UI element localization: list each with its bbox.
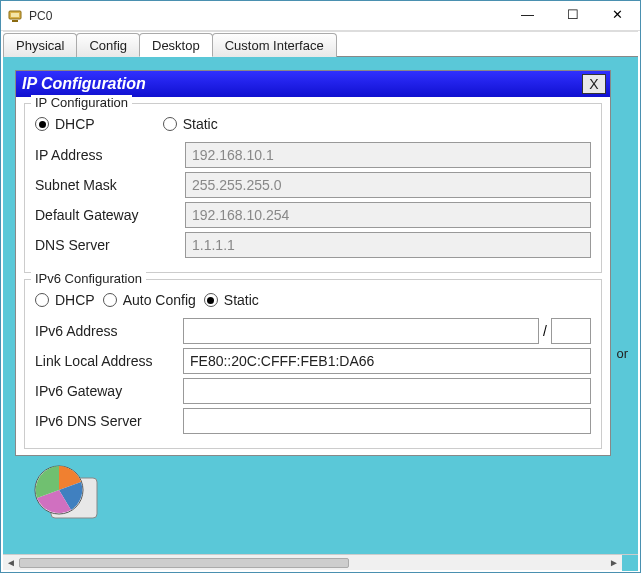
ip-config-title: IP Configuration xyxy=(22,75,582,93)
ipv6-legend: IPv6 Configuration xyxy=(31,271,146,286)
client-area: Physical Config Desktop Custom Interface… xyxy=(3,31,638,554)
ipv6-prefix-input[interactable] xyxy=(551,318,591,344)
default-gateway-input[interactable] xyxy=(185,202,591,228)
horizontal-scrollbar[interactable]: ◄ ► xyxy=(3,554,638,570)
ipv6-gateway-input[interactable] xyxy=(183,378,591,404)
scroll-thumb[interactable] xyxy=(19,558,349,568)
tab-physical[interactable]: Physical xyxy=(3,33,77,57)
radio-icon xyxy=(35,293,49,307)
tab-desktop[interactable]: Desktop xyxy=(139,33,213,57)
ipv4-dhcp-label: DHCP xyxy=(55,116,95,132)
ipv4-mode-row: DHCP Static xyxy=(35,116,591,132)
minimize-button[interactable]: — xyxy=(505,1,550,29)
ipv4-static-radio[interactable]: Static xyxy=(163,116,218,132)
default-gateway-label: Default Gateway xyxy=(35,207,185,223)
tab-strip: Physical Config Desktop Custom Interface xyxy=(3,31,638,57)
link-local-label: Link Local Address xyxy=(35,353,183,369)
ipv6-dns-input[interactable] xyxy=(183,408,591,434)
radio-icon xyxy=(163,117,177,131)
ipv6-address-input[interactable] xyxy=(183,318,539,344)
link-local-row: Link Local Address xyxy=(35,348,591,374)
ipv6-fieldset: IPv6 Configuration DHCP Auto Config S xyxy=(24,279,602,449)
ip-config-close-button[interactable]: X xyxy=(582,74,606,94)
svg-rect-2 xyxy=(12,20,18,22)
ip-address-input[interactable] xyxy=(185,142,591,168)
ipv4-static-label: Static xyxy=(183,116,218,132)
ip-config-titlebar: IP Configuration X xyxy=(16,71,610,97)
ipv4-dhcp-radio[interactable]: DHCP xyxy=(35,116,95,132)
dns-server-input[interactable] xyxy=(185,232,591,258)
window-buttons: — ☐ ✕ xyxy=(505,1,640,31)
maximize-button[interactable]: ☐ xyxy=(550,1,595,29)
scroll-track[interactable] xyxy=(19,556,606,570)
svg-rect-1 xyxy=(11,13,19,17)
pc-icon xyxy=(7,8,23,24)
tab-custom-interface[interactable]: Custom Interface xyxy=(212,33,337,57)
ipv6-address-row: IPv6 Address / xyxy=(35,318,591,344)
link-local-input[interactable] xyxy=(183,348,591,374)
ipv6-dhcp-label: DHCP xyxy=(55,292,95,308)
ipv6-auto-radio[interactable]: Auto Config xyxy=(103,292,196,308)
prefix-separator: / xyxy=(539,323,551,339)
ipv6-address-label: IPv6 Address xyxy=(35,323,183,339)
desktop-app-icon[interactable] xyxy=(31,456,101,526)
scroll-left-button[interactable]: ◄ xyxy=(3,556,19,570)
ipv6-static-label: Static xyxy=(224,292,259,308)
ip-config-app: IP Configuration X IP Configuration DHCP… xyxy=(15,70,611,456)
close-button[interactable]: ✕ xyxy=(595,1,640,29)
ipv4-legend: IP Configuration xyxy=(31,95,132,110)
default-gateway-row: Default Gateway xyxy=(35,202,591,228)
dns-server-row: DNS Server xyxy=(35,232,591,258)
app-window: PC0 — ☐ ✕ Physical Config Desktop Custom… xyxy=(0,0,641,573)
scroll-corner xyxy=(622,555,638,571)
ipv6-gateway-label: IPv6 Gateway xyxy=(35,383,183,399)
window-title: PC0 xyxy=(29,9,505,23)
ipv6-dns-label: IPv6 DNS Server xyxy=(35,413,183,429)
radio-icon xyxy=(103,293,117,307)
ipv4-fieldset: IP Configuration DHCP Static IP Address xyxy=(24,103,602,273)
tab-config[interactable]: Config xyxy=(76,33,140,57)
scroll-right-button[interactable]: ► xyxy=(606,556,622,570)
ipv6-auto-label: Auto Config xyxy=(123,292,196,308)
ipv6-mode-row: DHCP Auto Config Static xyxy=(35,292,591,308)
outer-titlebar: PC0 — ☐ ✕ xyxy=(1,1,640,31)
subnet-mask-input[interactable] xyxy=(185,172,591,198)
radio-icon xyxy=(35,117,49,131)
subnet-mask-label: Subnet Mask xyxy=(35,177,185,193)
ip-address-row: IP Address xyxy=(35,142,591,168)
ipv6-static-radio[interactable]: Static xyxy=(204,292,259,308)
subnet-mask-row: Subnet Mask xyxy=(35,172,591,198)
ipv6-dhcp-radio[interactable]: DHCP xyxy=(35,292,95,308)
dns-server-label: DNS Server xyxy=(35,237,185,253)
desktop-area: IP Configuration X IP Configuration DHCP… xyxy=(9,58,632,548)
ipv6-gateway-row: IPv6 Gateway xyxy=(35,378,591,404)
ipv6-dns-row: IPv6 DNS Server xyxy=(35,408,591,434)
radio-icon xyxy=(204,293,218,307)
ip-address-label: IP Address xyxy=(35,147,185,163)
bg-fragment-or: or xyxy=(616,346,628,361)
